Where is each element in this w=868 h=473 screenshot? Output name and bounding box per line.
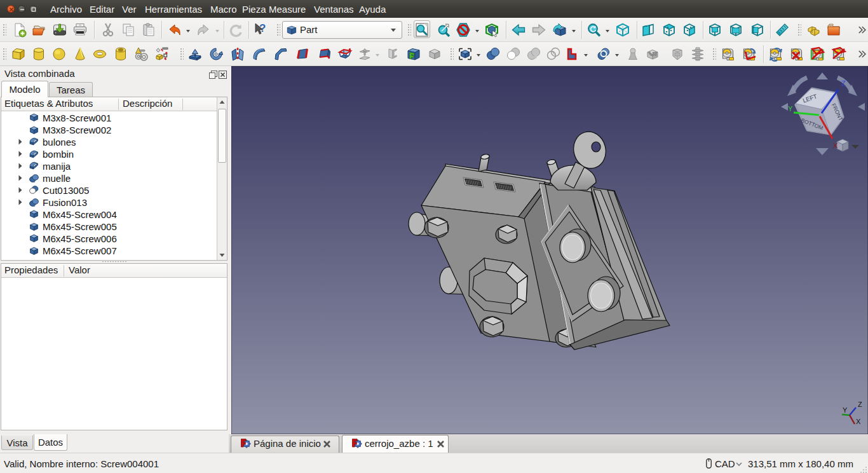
svg-text:Z: Z: [841, 79, 846, 87]
svg-text:X: X: [856, 418, 861, 425]
svg-text:X: X: [833, 142, 838, 149]
svg-text:Y: Y: [788, 105, 793, 113]
svg-text:Y: Y: [843, 406, 848, 414]
svg-text:Z: Z: [858, 401, 862, 408]
